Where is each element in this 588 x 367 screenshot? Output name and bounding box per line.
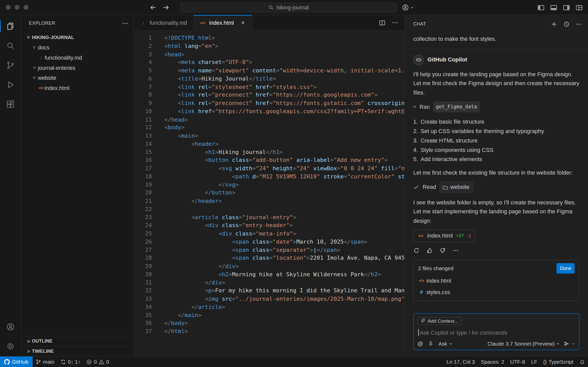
code-line[interactable]: 36</body> [134, 319, 404, 327]
code-line[interactable]: 8 <link rel="preconnect" href="https://f… [134, 91, 404, 99]
chat-history-button[interactable] [563, 21, 570, 27]
code-line[interactable]: 18 <path d="M12 5V19M5 12H19" stroke="cu… [134, 173, 404, 181]
code-line[interactable]: 13 <main> [134, 132, 404, 140]
code-line[interactable]: 30 <h2>Morning hike at Skyline Wildernes… [134, 270, 404, 279]
command-center-search[interactable]: hiking-journal [180, 3, 398, 12]
read-target-chip[interactable]: website [439, 182, 473, 192]
mention-button[interactable] [417, 340, 423, 347]
toggle-primary-sidebar-button[interactable] [538, 4, 545, 11]
code-line[interactable]: 27 <span class="separator">|</span> [134, 246, 404, 254]
code-line[interactable]: 23 <article class="journal-entry"> [134, 214, 404, 222]
code-line[interactable]: 21 </header> [134, 197, 404, 205]
outline-section[interactable]: OUTLINE [21, 336, 134, 346]
tree-item-index-html[interactable]: <> index.html [21, 83, 134, 93]
explorer-more-actions-button[interactable] [122, 20, 128, 27]
cursor-position-item[interactable]: Ln 17, Col 3 [443, 357, 478, 367]
minimize-window-button[interactable] [15, 5, 19, 10]
code-line[interactable]: 29 </div> [134, 262, 404, 270]
indentation-item[interactable]: Spaces: 2 [478, 357, 507, 367]
voice-input-button[interactable] [428, 341, 433, 346]
toggle-panel-button[interactable] [550, 4, 557, 11]
changed-file-styles-css[interactable]: # styles.css [414, 286, 579, 300]
response-more-button[interactable] [453, 247, 459, 254]
send-options-button[interactable] [571, 342, 575, 346]
chat-more-actions-button[interactable] [576, 21, 582, 27]
tab-functionality-md[interactable]: ↓ functionality.md [134, 15, 193, 30]
code-line[interactable]: 28 <span class="location">2201 Imola Ave… [134, 254, 404, 263]
code-line[interactable]: 34 </article> [134, 303, 404, 311]
chat-text-input[interactable]: Ask Copilot or type / for commands [418, 329, 574, 336]
code-line[interactable]: 1<!DOCTYPE html> [134, 34, 404, 42]
activitybar-accounts[interactable] [0, 317, 21, 336]
activitybar-source-control[interactable] [0, 56, 21, 75]
eol-item[interactable]: LF [528, 357, 540, 367]
activitybar-search[interactable] [0, 36, 21, 55]
forward-button[interactable] [162, 4, 170, 11]
code-editor[interactable]: 1<!DOCTYPE html>2<html lang="en">3<head>… [134, 31, 404, 356]
thumbs-up-button[interactable] [426, 247, 433, 254]
code-line[interactable]: 25 <div class="meta-info"> [134, 230, 404, 238]
thumbs-down-button[interactable] [440, 247, 446, 254]
code-line[interactable]: 17 <svg width="24" height="24" viewBox="… [134, 165, 404, 173]
send-button[interactable] [564, 340, 570, 347]
code-line[interactable]: 19 </svg> [134, 181, 404, 189]
code-line[interactable]: 37</html> [134, 327, 404, 336]
code-line[interactable]: 32 <p>For my hike this morning I did the… [134, 287, 404, 295]
editor-more-actions-button[interactable] [392, 19, 398, 26]
model-selector[interactable]: Claude 3.7 Sonnet (Preview) [488, 340, 560, 347]
code-line[interactable]: 20 </button> [134, 189, 404, 197]
code-line[interactable]: 26 <span class="date">March 10, 2025</sp… [134, 238, 404, 246]
toggle-secondary-sidebar-button[interactable] [563, 4, 570, 11]
branch-status-item[interactable]: main [32, 357, 57, 367]
code-line[interactable]: 2<html lang="en"> [134, 42, 404, 50]
new-chat-button[interactable] [551, 21, 557, 27]
sync-status-item[interactable]: 0↓ 1↑ [57, 357, 83, 367]
chat-mode-selector[interactable]: Ask [439, 340, 453, 347]
code-line[interactable]: 9 <link rel="preconnect" href="https://f… [134, 99, 404, 108]
regenerate-button[interactable] [413, 247, 420, 254]
code-line[interactable]: 4 <meta charset="UTF-8"> [134, 59, 404, 67]
zoom-window-button[interactable] [24, 5, 29, 10]
close-tab-icon[interactable] [240, 19, 246, 26]
tree-item-docs[interactable]: docs [21, 42, 134, 53]
code-line[interactable]: 35 </main> [134, 311, 404, 319]
timeline-section[interactable]: TIMELINE [21, 346, 134, 356]
edited-file-chip[interactable]: <> index.html +37 -1 [413, 230, 476, 242]
activitybar-settings[interactable] [0, 337, 21, 356]
notifications-item[interactable] [576, 357, 588, 367]
add-context-button[interactable]: Add Context... [417, 317, 462, 325]
code-line[interactable]: 7 <link rel="stylesheet" href="styles.cs… [134, 83, 404, 91]
code-line[interactable]: 10 <link href="https://fonts.googleapis.… [134, 108, 404, 116]
code-line[interactable]: 5 <meta name="viewport" content="width=d… [134, 67, 404, 75]
code-line[interactable]: 33 <img src="../journal-enteries/images/… [134, 295, 404, 303]
github-status-item[interactable]: GitHub [0, 357, 32, 367]
code-line[interactable]: 31 </div> [134, 279, 404, 287]
close-window-button[interactable] [6, 5, 10, 10]
code-line[interactable]: 15 <h1>Hiking journal</h1> [134, 148, 404, 156]
back-button[interactable] [149, 4, 157, 11]
language-mode-item[interactable]: {} TypeScript [540, 357, 577, 367]
activitybar-explorer[interactable] [0, 17, 21, 36]
tool-call-row[interactable]: Ran get_Figma_data [413, 102, 580, 112]
chat-input-widget[interactable]: Add Context... Ask Copilot or type / for… [413, 313, 580, 350]
changed-file-index-html[interactable]: <> index.html [414, 275, 579, 286]
code-line[interactable]: 22 [134, 205, 404, 214]
activitybar-run-debug[interactable] [0, 75, 21, 94]
split-editor-button[interactable] [379, 19, 385, 26]
code-line[interactable]: 3<head> [134, 50, 404, 59]
code-line[interactable]: 24 <div class="entry-header"> [134, 222, 404, 230]
activitybar-extensions[interactable] [0, 95, 21, 114]
code-line[interactable]: 14 <header> [134, 140, 404, 148]
tree-item-website[interactable]: website [21, 73, 134, 83]
tree-item-functionality-md[interactable]: ↓ functionality.md [21, 53, 134, 63]
code-line[interactable]: 6 <title>Hiking Journal</title> [134, 75, 404, 83]
code-line[interactable]: 12<body> [134, 124, 404, 132]
tree-item-root[interactable]: HIKING-JOURNAL [21, 32, 134, 42]
customize-layout-button[interactable] [576, 4, 583, 11]
code-line[interactable]: 11</head> [134, 116, 404, 124]
encoding-item[interactable]: UTF-8 [507, 357, 528, 367]
tree-item-journal-enteries[interactable]: journal-enteries [21, 63, 134, 73]
problems-status-item[interactable]: 0 0 [83, 357, 112, 367]
tab-index-html[interactable]: <> index.html [193, 15, 252, 30]
profile-menu[interactable] [402, 0, 414, 15]
